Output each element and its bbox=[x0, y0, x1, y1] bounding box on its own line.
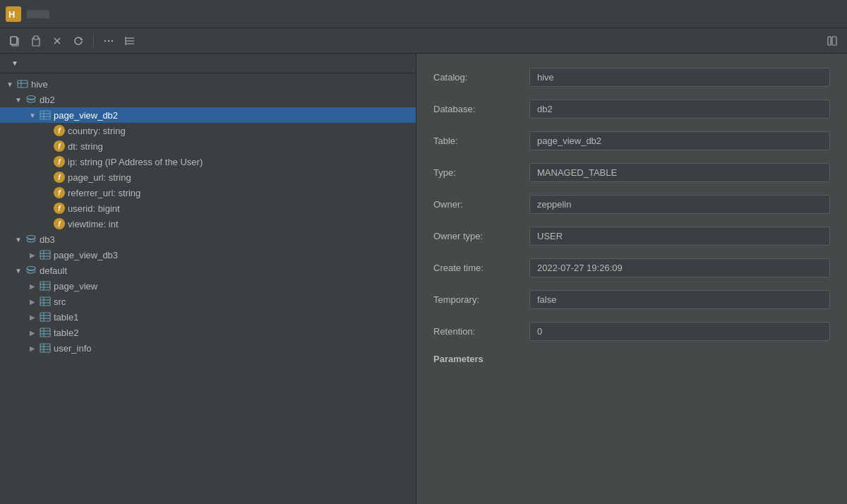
svg-rect-18 bbox=[18, 80, 28, 88]
table-icon bbox=[40, 342, 51, 354]
right-panel: Catalog:hiveDatabase:db2Table:page_view_… bbox=[416, 54, 847, 504]
title-bar: H bbox=[0, 0, 847, 28]
tree-item-col_dt[interactable]: fdt: string bbox=[0, 138, 416, 154]
tree-item-label-src: src bbox=[54, 296, 66, 307]
tree-item-label-user_info: user_info bbox=[54, 343, 91, 354]
tree-item-label-hive: hive bbox=[31, 79, 48, 90]
expand-arrow-default[interactable]: ▼ bbox=[14, 267, 23, 275]
tree-item-label-page_view: page_view bbox=[54, 281, 97, 292]
catalog-icon bbox=[17, 78, 28, 90]
table-icon bbox=[40, 249, 51, 260]
property-label: Database: bbox=[433, 104, 518, 114]
cut-button[interactable] bbox=[48, 32, 66, 50]
property-label: Temporary: bbox=[433, 294, 518, 305]
expand-arrow-db3[interactable]: ▼ bbox=[14, 236, 23, 244]
name-header: ▼ bbox=[0, 54, 416, 73]
toolbar bbox=[0, 28, 847, 54]
property-row: Owner type:USER bbox=[433, 227, 830, 246]
refresh-button[interactable] bbox=[69, 32, 88, 50]
expand-arrow-page_view_db3[interactable]: ▶ bbox=[28, 251, 37, 259]
expand-arrow-src[interactable]: ▶ bbox=[28, 298, 37, 306]
menu-dots-button[interactable] bbox=[100, 32, 118, 50]
expand-arrow-user_info[interactable]: ▶ bbox=[28, 344, 37, 352]
expand-arrow-page_view[interactable]: ▶ bbox=[28, 282, 37, 290]
svg-rect-6 bbox=[34, 36, 38, 40]
tree-item-hive[interactable]: ▼ hive bbox=[0, 76, 416, 92]
property-value: zeppelin bbox=[529, 195, 830, 214]
expand-arrow-db2[interactable]: ▼ bbox=[14, 96, 23, 104]
tree-item-label-col_viewtime: viewtime: int bbox=[68, 219, 119, 229]
tree-item-user_info[interactable]: ▶ user_info bbox=[0, 340, 416, 356]
parameters-header: Parameters bbox=[433, 354, 830, 364]
expand-arrow-hive[interactable]: ▼ bbox=[6, 80, 14, 88]
layout-button[interactable] bbox=[823, 32, 841, 50]
tree-item-page_view_db2[interactable]: ▼ page_view_db2 bbox=[0, 107, 416, 123]
expand-all-button[interactable] bbox=[121, 32, 139, 50]
tree-item-page_view[interactable]: ▶ page_view bbox=[0, 278, 416, 294]
tree-item-db3[interactable]: ▼ db3 bbox=[0, 232, 416, 247]
field-icon: f bbox=[54, 172, 65, 183]
tree-item-label-col_country: country: string bbox=[68, 126, 126, 136]
property-label: Retention: bbox=[433, 326, 518, 337]
svg-point-31 bbox=[27, 267, 35, 270]
tree-item-label-page_view_db2: page_view_db2 bbox=[54, 110, 118, 121]
name-sort-icon[interactable]: ▼ bbox=[11, 59, 18, 67]
table-icon bbox=[40, 327, 51, 338]
schema-icon bbox=[25, 265, 37, 276]
field-icon: f bbox=[54, 156, 65, 167]
tree-item-col_country[interactable]: fcountry: string bbox=[0, 123, 416, 138]
svg-rect-27 bbox=[40, 251, 50, 259]
tree-item-src[interactable]: ▶ src bbox=[0, 294, 416, 309]
tree-item-col_userid[interactable]: fuserid: bigint bbox=[0, 200, 416, 216]
tree-item-label-col_ip: ip: string (IP Address of the User) bbox=[68, 157, 203, 167]
tree-item-col_referrer_url[interactable]: freferrer_url: string bbox=[0, 185, 416, 200]
property-row: Owner:zeppelin bbox=[433, 195, 830, 214]
table-icon bbox=[40, 311, 51, 323]
property-value: hive bbox=[529, 68, 830, 87]
expand-arrow-table2[interactable]: ▶ bbox=[28, 329, 37, 337]
tree-item-page_view_db3[interactable]: ▶ page_view_db3 bbox=[0, 247, 416, 263]
field-icon: f bbox=[54, 140, 65, 152]
svg-rect-32 bbox=[40, 282, 50, 290]
property-row: Catalog:hive bbox=[433, 68, 830, 87]
property-label: Create time: bbox=[433, 263, 518, 273]
copy-button[interactable] bbox=[6, 32, 24, 50]
svg-rect-22 bbox=[40, 111, 50, 119]
property-row: Database:db2 bbox=[433, 100, 830, 119]
tree-item-label-col_dt: dt: string bbox=[68, 141, 103, 152]
tree-item-table1[interactable]: ▶ table1 bbox=[0, 309, 416, 325]
svg-text:H: H bbox=[8, 9, 15, 20]
schema-icon bbox=[25, 94, 37, 105]
left-panel: ▼ ▼ hive▼ db2▼ page_view_db2fcountry: st… bbox=[0, 54, 416, 504]
table-icon bbox=[40, 109, 51, 121]
field-icon: f bbox=[54, 203, 65, 214]
property-row: Temporary:false bbox=[433, 290, 830, 309]
tree-item-table2[interactable]: ▶ table2 bbox=[0, 325, 416, 340]
tree-item-label-page_view_db3: page_view_db3 bbox=[54, 250, 118, 260]
expand-arrow-table1[interactable]: ▶ bbox=[28, 313, 37, 321]
table-icon bbox=[40, 280, 51, 292]
expand-arrow-page_view_db2[interactable]: ▼ bbox=[28, 112, 37, 119]
title-tab[interactable] bbox=[27, 10, 49, 18]
tree-item-label-col_page_url: page_url: string bbox=[68, 172, 131, 183]
tree-item-label-db2: db2 bbox=[40, 95, 55, 105]
svg-point-26 bbox=[27, 236, 35, 239]
property-label: Type: bbox=[433, 167, 518, 178]
svg-point-9 bbox=[104, 40, 106, 41]
tree-item-default[interactable]: ▼ default bbox=[0, 263, 416, 278]
tree-item-col_page_url[interactable]: fpage_url: string bbox=[0, 169, 416, 185]
property-value: db2 bbox=[529, 100, 830, 119]
property-value: 0 bbox=[529, 322, 830, 341]
tree-item-col_ip[interactable]: fip: string (IP Address of the User) bbox=[0, 154, 416, 169]
property-row: Table:page_view_db2 bbox=[433, 131, 830, 150]
svg-rect-44 bbox=[40, 328, 50, 337]
tree-item-col_viewtime[interactable]: fviewtime: int bbox=[0, 216, 416, 232]
schema-icon bbox=[25, 234, 37, 245]
property-value: USER bbox=[529, 227, 830, 246]
tree-item-db2[interactable]: ▼ db2 bbox=[0, 92, 416, 107]
property-value: false bbox=[529, 290, 830, 309]
field-icon: f bbox=[54, 218, 65, 229]
field-icon: f bbox=[54, 187, 65, 198]
property-label: Catalog: bbox=[433, 72, 518, 83]
paste-button[interactable] bbox=[27, 32, 45, 50]
